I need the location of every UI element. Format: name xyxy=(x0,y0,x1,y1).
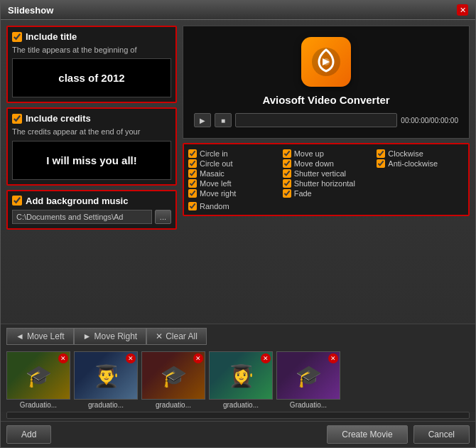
credits-preview: I will miss you all! xyxy=(12,141,171,180)
trans-move-right-checkbox[interactable] xyxy=(188,189,197,198)
random-checkbox[interactable] xyxy=(188,202,197,210)
random-label: Random xyxy=(200,202,229,210)
move-left-button[interactable]: ◄ Move Left xyxy=(6,328,74,345)
main-content: Include title The title appears at the b… xyxy=(1,20,475,324)
trans-circle-out: Circle out xyxy=(188,159,276,169)
trans-masaic: Masaic xyxy=(188,169,276,178)
trans-circle-in: Circle in xyxy=(188,149,276,159)
trans-clockwise-label: Clockwise xyxy=(388,149,423,158)
film-label-2: graduatio... xyxy=(156,401,191,409)
film-thumb-0: ✕ 🎓 xyxy=(6,351,70,400)
svg-point-1 xyxy=(323,58,330,65)
browse-music-button[interactable]: ... xyxy=(155,210,171,224)
add-music-label: Add background music xyxy=(26,196,128,206)
action-bar: Add Create Movie Cancel xyxy=(1,421,475,447)
film-item-1[interactable]: ✕ 👨‍🎓 graduatio... xyxy=(74,351,138,409)
trans-circle-out-checkbox[interactable] xyxy=(188,159,197,168)
create-movie-button[interactable]: Create Movie xyxy=(327,425,407,444)
trans-anticlockwise-label: Anti-clockwise xyxy=(388,159,438,168)
transitions-box: Circle in Circle out Masaic Move le xyxy=(183,143,470,216)
progress-bar[interactable] xyxy=(235,113,397,127)
move-left-label: Move Left xyxy=(27,331,65,341)
include-credits-checkbox[interactable] xyxy=(12,114,22,124)
trans-shutter-vertical-label: Shutter vertical xyxy=(294,169,346,178)
title-preview: class of 2012 xyxy=(12,58,171,97)
include-credits-desc: The credits appear at the end of your xyxy=(12,127,171,137)
include-title-section: Include title The title appears at the b… xyxy=(6,26,177,103)
film-item-2[interactable]: ✕ 🎓 graduatio... xyxy=(141,351,205,409)
film-item-0[interactable]: ✕ 🎓 Graduatio... xyxy=(6,351,70,409)
trans-fade-label: Fade xyxy=(294,189,312,198)
film-label-3: graduatio... xyxy=(223,401,259,409)
cancel-button[interactable]: Cancel xyxy=(413,425,470,444)
trans-move-down-label: Move down xyxy=(294,159,334,168)
move-right-label: Move Right xyxy=(94,331,137,341)
filmstrip-scrollbar[interactable] xyxy=(6,412,470,419)
nav-controls-bar: ◄ Move Left ► Move Right ✕ Clear All xyxy=(1,324,475,348)
film-item-3[interactable]: ✕ 👩‍🎓 graduatio... xyxy=(209,351,273,409)
move-right-arrow-icon: ► xyxy=(83,331,92,341)
include-title-checkbox[interactable] xyxy=(12,32,22,42)
app-logo-icon xyxy=(308,44,344,80)
clear-x-icon: ✕ xyxy=(156,331,163,341)
include-title-desc: The title appears at the beginning of xyxy=(12,45,171,55)
stop-button[interactable]: ■ xyxy=(215,113,232,127)
window-title: Slideshow xyxy=(8,5,53,16)
clear-all-button[interactable]: ✕ Clear All xyxy=(146,328,207,345)
transitions-col1: Circle in Circle out Masaic Move le xyxy=(188,149,276,198)
close-button[interactable]: ✕ xyxy=(457,4,468,16)
preview-area: Aviosoft Video Converter ▶ ■ 00:00:00/00… xyxy=(183,26,470,139)
add-button[interactable]: Add xyxy=(6,425,51,444)
trans-move-up: Move up xyxy=(283,149,370,159)
trans-move-right-label: Move right xyxy=(200,189,236,198)
transitions-grid: Circle in Circle out Masaic Move le xyxy=(188,149,464,198)
trans-shutter-horizontal-checkbox[interactable] xyxy=(283,179,291,188)
slideshow-window: Slideshow ✕ Include title The title appe… xyxy=(0,0,476,448)
trans-shutter-vertical-checkbox[interactable] xyxy=(283,169,291,178)
filmstrip: ✕ 🎓 Graduatio... ✕ 👨‍🎓 graduatio... ✕ 🎓 … xyxy=(6,351,470,409)
film-label-0: Graduatio... xyxy=(20,401,57,409)
film-thumb-3: ✕ 👩‍🎓 xyxy=(209,351,273,400)
trans-move-left-checkbox[interactable] xyxy=(188,179,197,188)
trans-shutter-horizontal-label: Shutter horizontal xyxy=(294,179,355,188)
include-title-label: Include title xyxy=(26,31,77,42)
player-controls: ▶ ■ 00:00:00/00:00:00 xyxy=(194,113,458,127)
move-right-button[interactable]: ► Move Right xyxy=(74,328,147,345)
film-close-1[interactable]: ✕ xyxy=(126,353,136,363)
trans-circle-in-checkbox[interactable] xyxy=(188,149,197,158)
film-close-3[interactable]: ✕ xyxy=(261,353,271,363)
trans-move-left-label: Move left xyxy=(200,179,232,188)
trans-clockwise: Clockwise xyxy=(377,149,464,159)
trans-anticlockwise-checkbox[interactable] xyxy=(377,159,385,168)
play-button[interactable]: ▶ xyxy=(194,113,211,127)
trans-shutter-vertical: Shutter vertical xyxy=(283,169,370,178)
trans-move-left: Move left xyxy=(188,178,276,188)
include-credits-label: Include credits xyxy=(26,113,91,124)
trans-anticlockwise: Anti-clockwise xyxy=(377,159,464,169)
trans-move-up-label: Move up xyxy=(294,149,324,158)
film-thumb-2: ✕ 🎓 xyxy=(141,351,205,400)
random-row: Random xyxy=(188,202,464,210)
trans-masaic-label: Masaic xyxy=(200,169,225,178)
trans-clockwise-checkbox[interactable] xyxy=(377,149,385,158)
film-label-1: graduatio... xyxy=(88,401,124,409)
app-icon xyxy=(301,37,351,87)
right-panel: Aviosoft Video Converter ▶ ■ 00:00:00/00… xyxy=(183,26,470,318)
film-item-4[interactable]: ✕ 🎓 Graduatio... xyxy=(276,351,340,409)
film-close-2[interactable]: ✕ xyxy=(193,353,203,363)
trans-fade: Fade xyxy=(283,188,370,198)
music-path: C:\Documents and Settings\Ad xyxy=(12,210,152,224)
film-close-4[interactable]: ✕ xyxy=(328,353,338,363)
trans-fade-checkbox[interactable] xyxy=(283,189,291,198)
trans-move-down-checkbox[interactable] xyxy=(283,159,291,168)
add-music-checkbox[interactable] xyxy=(12,196,22,206)
filmstrip-container: ✕ 🎓 Graduatio... ✕ 👨‍🎓 graduatio... ✕ 🎓 … xyxy=(1,348,475,412)
trans-masaic-checkbox[interactable] xyxy=(188,169,197,178)
transitions-col2: Move up Move down Shutter vertical xyxy=(283,149,370,198)
film-label-4: Graduatio... xyxy=(290,401,327,409)
film-close-0[interactable]: ✕ xyxy=(58,353,68,363)
trans-move-right: Move right xyxy=(188,188,276,198)
trans-move-up-checkbox[interactable] xyxy=(283,149,291,158)
trans-move-down: Move down xyxy=(283,159,370,169)
time-display: 00:00:00/00:00:00 xyxy=(401,117,458,124)
